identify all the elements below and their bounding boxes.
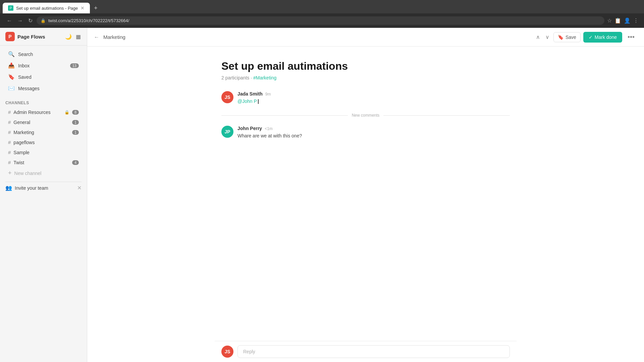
channel-badge-general: 1 <box>72 120 79 125</box>
message-1-header: Jada Smith 9m <box>237 91 510 97</box>
message-1: JS Jada Smith 9m @John P <box>221 91 510 105</box>
new-comments-divider: New comments <box>221 113 510 118</box>
messages-icon: ✉️ <box>8 85 15 92</box>
workspace-icon: P <box>5 32 15 41</box>
channel-name-admin-resources: Admin Resources <box>13 110 62 115</box>
main-content: ← Marketing ∧ ∨ 🔖 Save ✓ Mark done ••• S… <box>87 28 644 362</box>
hash-icon: # <box>8 119 11 125</box>
back-button[interactable]: ← <box>5 16 13 25</box>
mark-done-button[interactable]: ✓ Mark done <box>583 32 622 43</box>
channel-name-marketing: Marketing <box>13 130 69 135</box>
message-2-content: John Perry <1m Whare are we at with this… <box>237 126 510 139</box>
add-channel-item[interactable]: + New channel <box>3 168 84 179</box>
channel-name-general: General <box>13 120 69 125</box>
invite-close-button[interactable]: ✕ <box>77 185 82 191</box>
sidebar-header-icons: 🌙 ▦ <box>64 33 82 41</box>
hash-icon: # <box>8 149 11 155</box>
channel-item-marketing[interactable]: # Marketing 1 <box>3 127 84 137</box>
channel-name-sample: Sample <box>13 150 79 155</box>
browser-chrome: P Set up email autimations - Page ✕ + ← … <box>0 0 644 28</box>
back-button[interactable]: ← <box>94 34 99 40</box>
reply-area: JS Reply <box>215 341 517 362</box>
save-button[interactable]: 🔖 Save <box>553 32 581 42</box>
avatar-john-perry: JP <box>221 126 233 138</box>
hash-icon: # <box>8 139 11 145</box>
plus-icon: + <box>8 170 12 177</box>
inbox-icon: 📥 <box>8 62 15 69</box>
refresh-button[interactable]: ↻ <box>27 16 34 25</box>
address-actions: ☆ 📋 👤 ⋮ <box>607 17 639 24</box>
thread-container: Set up email autimations 2 participants … <box>215 47 517 341</box>
channels-list: # Admin Resources 🔒 8 # General 1 # Mark… <box>0 107 87 179</box>
reply-input[interactable]: Reply <box>237 345 510 358</box>
sidebar-item-inbox[interactable]: 📥 Inbox 13 <box>3 60 84 71</box>
new-comments-label: New comments <box>352 113 380 118</box>
invite-section: 👥 Invite your team ✕ <box>5 182 82 194</box>
prev-thread-button[interactable]: ∧ <box>535 33 541 42</box>
mention-john-p: @John P <box>237 99 257 104</box>
menu-icon[interactable]: ⋮ <box>633 17 639 24</box>
hash-icon: # <box>8 160 11 165</box>
search-label: Search <box>18 52 79 57</box>
new-tab-button[interactable]: + <box>91 3 100 13</box>
channels-section-header: Channels <box>0 97 87 107</box>
channel-badge-admin-resources: 8 <box>72 110 79 115</box>
channel-badge-marketing: 1 <box>72 130 79 135</box>
sidebar: P Page Flows 🌙 ▦ 🔍 Search 📥 Inbox 13 🔖 S… <box>0 28 87 362</box>
sidebar-item-messages[interactable]: ✉️ Messages <box>3 83 84 94</box>
sidebar-header: P Page Flows 🌙 ▦ <box>0 28 87 46</box>
new-channel-label: New channel <box>14 171 79 176</box>
dark-mode-toggle[interactable]: 🌙 <box>64 33 72 41</box>
tab-title: Set up email autimations - Page <box>16 6 78 11</box>
divider-line-right <box>383 115 510 116</box>
reading-list-icon[interactable]: 📋 <box>614 17 621 24</box>
bookmark-icon: 🔖 <box>558 35 564 40</box>
sidebar-item-saved[interactable]: 🔖 Saved <box>3 71 84 82</box>
next-thread-button[interactable]: ∨ <box>544 33 551 42</box>
inbox-label: Inbox <box>18 63 67 68</box>
channel-item-general[interactable]: # General 1 <box>3 117 84 127</box>
workspace-name: Page Flows <box>17 34 62 40</box>
tab-bar: P Set up email autimations - Page ✕ + <box>0 0 644 13</box>
sidebar-item-search[interactable]: 🔍 Search <box>3 49 84 60</box>
topbar: ← Marketing ∧ ∨ 🔖 Save ✓ Mark done ••• <box>87 28 644 47</box>
check-icon: ✓ <box>589 35 593 40</box>
topbar-channel: Marketing <box>103 34 125 40</box>
app: P Page Flows 🌙 ▦ 🔍 Search 📥 Inbox 13 🔖 S… <box>0 28 644 362</box>
message-1-text: @John P <box>237 98 510 105</box>
search-icon: 🔍 <box>8 51 15 57</box>
message-2-author: John Perry <box>237 126 262 131</box>
thread-meta: 2 participants · #Marketing <box>221 75 510 80</box>
thread-title: Set up email autimations <box>221 60 510 72</box>
url-text: twist.com/a/225310/ch/702222/t/5732664/ <box>48 18 600 23</box>
channel-item-pageflows[interactable]: # pageflows <box>3 137 84 147</box>
avatar-jada-smith: JS <box>221 91 233 103</box>
tab-close-button[interactable]: ✕ <box>80 5 85 11</box>
save-label: Save <box>566 35 576 40</box>
lock-icon: 🔒 <box>41 18 46 23</box>
message-2: JP John Perry <1m Whare are we at with t… <box>221 126 510 139</box>
bookmark-star-icon[interactable]: ☆ <box>607 17 612 24</box>
saved-icon: 🔖 <box>8 74 15 80</box>
hash-icon: # <box>8 129 11 135</box>
channel-item-sample[interactable]: # Sample <box>3 147 84 157</box>
active-tab[interactable]: P Set up email autimations - Page ✕ <box>3 3 90 13</box>
participants-text: 2 participants <box>221 75 249 80</box>
invite-label[interactable]: Invite your team <box>15 185 74 191</box>
url-bar[interactable]: 🔒 twist.com/a/225310/ch/702222/t/5732664… <box>37 16 604 25</box>
more-options-button[interactable]: ••• <box>625 32 637 42</box>
thread-channel: #Marketing <box>253 75 276 80</box>
forward-button[interactable]: → <box>16 16 24 25</box>
message-2-time: <1m <box>265 126 273 131</box>
account-icon[interactable]: 👤 <box>624 17 631 24</box>
layout-toggle[interactable]: ▦ <box>75 33 82 41</box>
channel-item-admin-resources[interactable]: # Admin Resources 🔒 8 <box>3 107 84 117</box>
channel-item-twist[interactable]: # Twist 4 <box>3 158 84 167</box>
topbar-actions: ∧ ∨ 🔖 Save ✓ Mark done ••• <box>535 32 637 43</box>
message-2-header: John Perry <1m <box>237 126 510 131</box>
invite-icon: 👥 <box>5 185 12 191</box>
channel-badge-twist: 4 <box>72 160 79 165</box>
message-1-content: Jada Smith 9m @John P <box>237 91 510 105</box>
hash-icon: # <box>8 109 11 115</box>
message-2-text: Whare are we at with this one? <box>237 132 510 139</box>
